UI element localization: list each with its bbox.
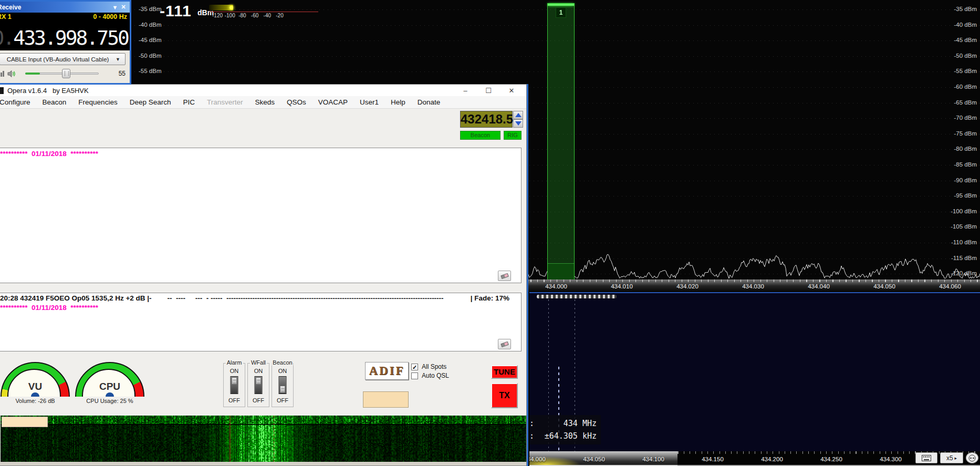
vu-gauge: VU: [1, 362, 70, 397]
menu-item-user1[interactable]: User1: [360, 98, 379, 106]
dbm-axis-label: -45 dBm: [139, 37, 161, 43]
adif-export-button[interactable]: ADIF: [365, 362, 409, 380]
tune-button[interactable]: TUNE: [491, 365, 518, 379]
spinner-up-button[interactable]: [513, 111, 523, 119]
volume-fill: [25, 73, 40, 75]
channel-band-base: [548, 263, 574, 280]
frequency-tooltip: Freq: 434 MHz Span: ±64.305 kHz: [529, 415, 601, 444]
span-reset-button[interactable]: [966, 452, 978, 463]
callsign-field[interactable]: [363, 391, 409, 408]
frequency-tick-label: 434.060: [939, 283, 961, 289]
signal-meter-ticks: -120-100-80-60-40-20: [209, 13, 318, 19]
tuned-frequency-readout[interactable]: 0.433.998.750: [0, 26, 128, 49]
meter-tick-label: -100: [225, 13, 235, 18]
volume-thumb[interactable]: [62, 69, 70, 78]
toggle-switch[interactable]: [279, 376, 287, 394]
dbm-axis-label: -95 dBm: [954, 192, 977, 199]
waterfall-frequency-scale[interactable]: 434.000434.050434.100434.150434.200434.2…: [529, 451, 980, 465]
keyboard-icon: [922, 455, 931, 461]
vu-gauge-caption: Volume: -26 dB: [1, 398, 70, 404]
collapse-icon[interactable]: ▼: [111, 4, 119, 11]
keyboard-entry-button[interactable]: [915, 452, 937, 463]
menu-item-deep-search[interactable]: Deep Search: [130, 98, 171, 106]
switch-off-label: OFF: [248, 397, 269, 403]
meter-tick-label: -60: [251, 13, 258, 18]
speaker-icon[interactable]: [7, 70, 17, 78]
checkbox-checked[interactable]: ✓: [411, 364, 418, 370]
triangle-up-icon: [515, 113, 522, 117]
opera-bottom-border: [0, 462, 526, 466]
tx-button[interactable]: TX: [491, 383, 518, 408]
checkbox-row-auto-qsl[interactable]: Auto QSL: [411, 372, 449, 379]
close-icon[interactable]: ✕: [119, 4, 128, 11]
menu-item-beacon[interactable]: Beacon: [43, 98, 67, 106]
zoom-step-button[interactable]: x5 ▸: [940, 452, 963, 463]
dbm-axis-label: -90 dBm: [954, 177, 977, 183]
toggle-switch[interactable]: [231, 376, 238, 394]
levels-icon: [0, 70, 4, 77]
chevron-down-icon: ▼: [116, 57, 125, 62]
frequency-tick-label: 434.010: [611, 283, 633, 289]
volume-slider[interactable]: [25, 69, 99, 78]
maximize-icon[interactable]: ☐: [477, 87, 500, 95]
checkbox[interactable]: [411, 372, 418, 379]
menu-item-frequencies[interactable]: Frequencies: [78, 98, 117, 106]
close-icon[interactable]: ✕: [500, 87, 523, 95]
dbm-axis-label: -65 dBm: [954, 99, 977, 106]
signal-meter-bar: [209, 5, 233, 11]
opera-titlebar[interactable]: Opera v1.6.4 by EA5HVK – ☐ ✕: [0, 85, 526, 96]
switch-off-label: OFF: [272, 397, 293, 403]
switch-group-beacon: BeaconONOFF: [272, 363, 294, 407]
menu-item-configure[interactable]: Configure: [0, 98, 30, 106]
audio-device-select[interactable]: CABLE Input (VB-Audio Virtual Cable) ▼: [0, 53, 126, 65]
frequency-tick-label: 434.200: [761, 456, 783, 462]
audio-waterfall[interactable]: [1, 416, 527, 462]
minimize-icon[interactable]: –: [454, 87, 477, 95]
log-date-header: ********** 01/11/2018 **********: [0, 148, 521, 158]
switch-on-label: ON: [248, 368, 269, 374]
menu-item-voacap[interactable]: VOACAP: [318, 98, 348, 106]
cpu-gauge: CPU: [75, 362, 144, 397]
waterfall-overlay-box: [2, 417, 48, 427]
switch-group-wfall: WFallONOFF: [247, 363, 269, 407]
menu-item-qsos[interactable]: QSOs: [287, 98, 306, 106]
frequency-tick-label: 434.050: [583, 456, 605, 462]
menu-item-pic[interactable]: PIC: [183, 98, 195, 106]
dbm-axis-label: -70 dBm: [954, 115, 977, 121]
volume-value: 55: [119, 70, 127, 77]
eraser-icon: [501, 341, 509, 347]
toggle-switch[interactable]: [255, 376, 263, 394]
opera-window: Opera v1.6.4 by EA5HVK – ☐ ✕ ConfigureBe…: [0, 84, 527, 466]
switch-title: Beacon: [272, 359, 293, 366]
tooltip-freq-value: 434 MHz: [564, 417, 597, 430]
switch-knob: [232, 377, 237, 385]
monitor-log-box[interactable]: ********** 01/11/2018 **********: [0, 148, 522, 283]
cpu-gauge-caption: CPU Usage: 25 %: [75, 398, 144, 404]
menu-item-skeds[interactable]: Skeds: [255, 98, 275, 106]
zoom-step-arrow-icon: ▸: [955, 455, 957, 461]
menu-item-donate[interactable]: Donate: [418, 98, 441, 106]
decode-log-box[interactable]: 20:28 432419 F5OEO Op05 1535,2 Hz +2 dB …: [0, 293, 522, 351]
clear-log-button[interactable]: [498, 271, 511, 281]
zoom-step-label: x5: [946, 454, 953, 462]
rig-button[interactable]: RIG: [504, 131, 522, 140]
dbm-axis-label: -40 dBm: [139, 22, 161, 28]
menu-item-help[interactable]: Help: [391, 98, 405, 106]
meter-tick-label: -40: [264, 13, 271, 18]
receive-titlebar[interactable]: Receive ▼ ✕: [0, 2, 130, 13]
switch-group-alarm: AlarmONOFF: [223, 363, 245, 407]
tooltip-span-label: Span:: [529, 430, 534, 442]
clear-log-button[interactable]: [498, 339, 511, 349]
window-edge-divider: [527, 84, 528, 466]
spinner-down-button[interactable]: [513, 119, 523, 128]
menu-item-transverter[interactable]: Transverter: [207, 98, 243, 106]
dbm-axis-label: -55 dBm: [139, 68, 161, 74]
checkbox-row-all-spots[interactable]: ✓All Spots: [411, 363, 446, 370]
receive-window: Receive ▼ ✕ RX 1 0 - 4000 Hz 0.433.998.7…: [0, 0, 131, 85]
channel-band-indicator[interactable]: 1: [547, 3, 575, 281]
frequency-tick-label: 434.040: [808, 283, 830, 289]
frequency-tick-label: 434.150: [702, 456, 724, 462]
zoom-scrollbar[interactable]: [537, 295, 617, 298]
beacon-frequency-spinner[interactable]: 432418.5: [460, 111, 513, 128]
beacon-mode-button[interactable]: Beacon: [460, 131, 501, 140]
